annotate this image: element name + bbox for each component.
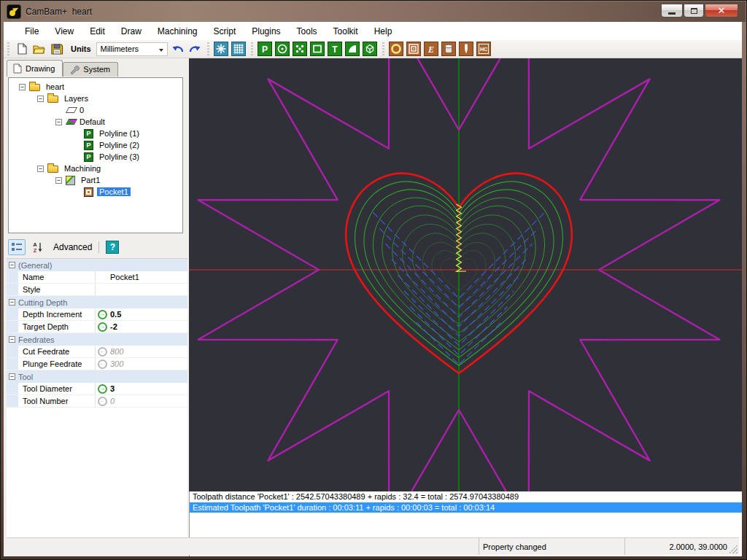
cad-drawing: [189, 58, 742, 491]
minimize-button[interactable]: [661, 4, 683, 18]
tree-item-polyline-3-[interactable]: PPolyline (3): [9, 151, 182, 163]
toolbar-grip[interactable]: [206, 42, 210, 55]
units-combobox[interactable]: Millimeters: [96, 42, 168, 56]
toolbar-grip[interactable]: [7, 42, 10, 55]
property-gutter: [7, 346, 18, 357]
lathe-toolpath-button[interactable]: [459, 42, 474, 57]
draw-arc-button[interactable]: [345, 42, 360, 57]
tree-item-heart[interactable]: −heart: [9, 81, 182, 93]
categorized-view-button[interactable]: [8, 239, 26, 255]
snap-points-button[interactable]: [214, 42, 229, 57]
property-gutter: [7, 321, 18, 332]
property-row-tool-number[interactable]: Tool Number←0: [7, 395, 187, 408]
value-set-icon: →: [98, 384, 107, 394]
property-row-target-depth[interactable]: Target Depth→-2: [7, 321, 187, 333]
tree-expander-icon[interactable]: −: [37, 96, 44, 102]
drill-toolpath-button[interactable]: [441, 42, 457, 57]
undo-button[interactable]: [170, 42, 185, 57]
draw-circle-button[interactable]: [275, 42, 290, 57]
property-row-name[interactable]: NamePocket1: [7, 271, 187, 284]
toolbar-grip[interactable]: [250, 42, 254, 55]
property-value[interactable]: 300: [109, 358, 187, 370]
property-row-cut-feedrate[interactable]: Cut Feedrate←800: [7, 346, 187, 358]
menu-item-edit[interactable]: Edit: [82, 23, 113, 39]
maximize-button[interactable]: [684, 4, 704, 18]
tree-expander-icon[interactable]: −: [55, 119, 62, 125]
engrave-toolpath-button[interactable]: E: [424, 42, 439, 57]
property-row-plunge-feedrate[interactable]: Plunge Feedrate←300: [7, 358, 187, 370]
profile-toolpath-button[interactable]: [389, 42, 404, 57]
menu-item-draw[interactable]: Draw: [113, 23, 150, 39]
tree-item-pocket1[interactable]: Pocket1: [9, 186, 182, 198]
category-expander-icon[interactable]: −: [9, 373, 15, 380]
folder-icon: [29, 84, 40, 91]
tree-item-default[interactable]: −Default: [9, 116, 182, 128]
property-category-feedrates[interactable]: −Feedrates: [7, 333, 187, 346]
toolbar-grip[interactable]: [382, 42, 385, 55]
menu-item-help[interactable]: Help: [366, 23, 400, 39]
tree-item-polyline-2-[interactable]: PPolyline (2): [9, 139, 182, 151]
grid-toggle-button[interactable]: [231, 42, 247, 57]
tab-drawing[interactable]: Drawing: [7, 60, 63, 77]
property-value[interactable]: 0.5: [109, 308, 187, 320]
property-row-depth-increment[interactable]: Depth Increment→0.5: [7, 308, 187, 321]
category-expander-icon[interactable]: −: [9, 262, 15, 268]
tree-item-0[interactable]: 0: [9, 104, 182, 116]
tree-item-machining[interactable]: −Machining: [9, 163, 182, 174]
open-file-button[interactable]: [31, 42, 47, 57]
category-label: (General): [18, 261, 52, 270]
property-value[interactable]: [109, 284, 187, 295]
property-label: Depth Increment: [18, 308, 96, 320]
redo-button[interactable]: [187, 42, 203, 57]
category-expander-icon[interactable]: −: [9, 299, 15, 306]
menu-item-toolkit[interactable]: Toolkit: [325, 23, 366, 39]
toolpath-duration-message[interactable]: Estimated Toolpath 'Pocket1' duration : …: [190, 502, 742, 513]
menu-item-plugins[interactable]: Plugins: [244, 23, 288, 39]
drawing-page-icon: [13, 63, 22, 74]
heightcutter-button[interactable]: HC: [476, 42, 492, 57]
cad-viewport[interactable]: [189, 58, 742, 491]
resize-grip[interactable]: [729, 545, 738, 553]
menu-item-view[interactable]: View: [47, 23, 82, 39]
property-category-cutting-depth[interactable]: −Cutting Depth: [7, 296, 187, 308]
draw-rectangle-button[interactable]: [310, 42, 325, 57]
property-value[interactable]: -2: [109, 321, 187, 332]
menu-item-machining[interactable]: Machining: [150, 23, 206, 39]
category-expander-icon[interactable]: −: [9, 336, 15, 343]
pocket-icon: [406, 42, 421, 56]
property-value[interactable]: 800: [109, 346, 187, 357]
property-row-tool-diameter[interactable]: Tool Diameter→3: [7, 383, 187, 395]
property-value[interactable]: 3: [109, 383, 187, 394]
close-button[interactable]: ✕: [705, 4, 738, 18]
property-row-style[interactable]: Style: [7, 284, 187, 296]
tab-system[interactable]: System: [63, 62, 118, 77]
property-value[interactable]: Pocket1: [109, 271, 187, 283]
points-icon: [293, 42, 307, 56]
title-bar[interactable]: CamBam+ heart ✕: [1, 1, 746, 22]
property-category--general-[interactable]: −(General): [7, 259, 187, 271]
draw-surface-button[interactable]: [363, 42, 378, 57]
tree-item-part1[interactable]: −Part1: [9, 174, 182, 186]
draw-points-button[interactable]: [293, 42, 308, 57]
new-file-button[interactable]: [14, 42, 29, 57]
alphabetical-sort-button[interactable]: AZ: [30, 239, 46, 255]
system-wrench-icon: [69, 65, 80, 74]
tree-expander-icon[interactable]: −: [19, 84, 26, 90]
save-file-button[interactable]: [49, 42, 64, 57]
menu-item-script[interactable]: Script: [206, 23, 244, 39]
tree-expander-icon[interactable]: −: [55, 177, 62, 184]
menu-item-file[interactable]: File: [17, 23, 47, 39]
pocket-toolpath-button[interactable]: [406, 42, 422, 57]
help-button[interactable]: ?: [106, 241, 119, 254]
tree-item-polyline-1-[interactable]: PPolyline (1): [9, 128, 182, 139]
property-value[interactable]: 0: [109, 395, 187, 407]
tree-item-layers[interactable]: −Layers: [9, 93, 182, 104]
advanced-button[interactable]: Advanced: [53, 242, 92, 252]
text-icon: T: [328, 42, 342, 56]
rectangle-icon: [310, 42, 325, 56]
draw-polyline-button[interactable]: P: [258, 42, 273, 57]
property-category-tool[interactable]: −Tool: [7, 370, 187, 383]
draw-text-button[interactable]: T: [328, 42, 343, 57]
tree-expander-icon[interactable]: −: [37, 166, 44, 172]
menu-item-tools[interactable]: Tools: [289, 23, 325, 39]
